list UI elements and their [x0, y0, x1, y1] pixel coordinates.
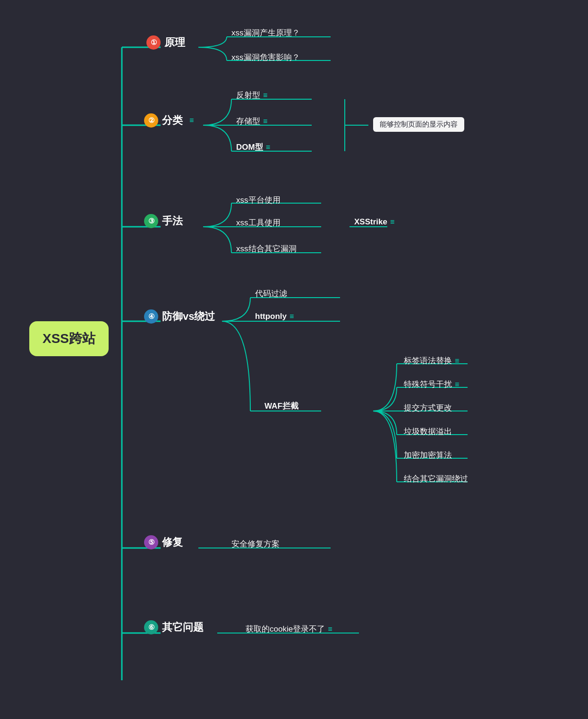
branch-4-2-eq: ≡	[290, 312, 294, 321]
section-3-header: ③ 手法	[144, 214, 183, 228]
section-4-header: ④ 防御vs绕过	[144, 309, 215, 324]
waf-b5: 加密加密算法	[404, 450, 452, 461]
branch-2-3-text: DOM型	[236, 142, 263, 153]
section-6-header: ⑥ 其它问题	[144, 620, 204, 634]
branch-5-1: 安全修复方案	[231, 539, 280, 549]
root-label: XSS跨站	[43, 330, 95, 348]
branch-2-1-eq: ≡	[263, 91, 267, 100]
branch-2-2: 存储型 ≡	[236, 116, 267, 127]
tooltip-text: 能够控制页面的显示内容	[380, 120, 458, 129]
section-4-label: 防御vs绕过	[162, 309, 215, 324]
section-1-header: ① 原理	[146, 35, 185, 50]
num-6: ⑥	[144, 620, 158, 634]
waf-b1: 标签语法替换 ≡	[404, 355, 459, 366]
waf-label: WAF拦截	[264, 401, 298, 411]
section-1-label: 原理	[164, 35, 185, 50]
branch-2-3-eq: ≡	[266, 143, 270, 152]
branch-3-1: xss平台使用	[236, 195, 281, 205]
section-3-label: 手法	[162, 214, 183, 228]
num-5: ⑤	[144, 535, 158, 549]
branch-3-3: xss结合其它漏洞	[236, 243, 297, 254]
branch-4-2: httponly ≡	[255, 312, 294, 321]
canvas: XSS跨站 ① 原理 xss漏洞产生原理？ xss漏洞危害影响？ ② 分类 ≡ …	[0, 0, 588, 719]
branch-3-2-extra-text: XSStrike	[354, 217, 387, 227]
waf-b1-text: 标签语法替换	[404, 355, 452, 366]
num-4: ④	[144, 309, 158, 324]
branch-3-3-text: xss结合其它漏洞	[236, 243, 297, 254]
num-3: ③	[144, 214, 158, 228]
branch-5-1-text: 安全修复方案	[231, 539, 280, 549]
branch-3-2-extra-eq: ≡	[390, 218, 394, 226]
section-2-header: ② 分类 ≡	[144, 113, 194, 128]
waf-b4-text: 垃圾数据溢出	[404, 426, 452, 437]
waf-text: WAF拦截	[264, 401, 298, 411]
num-1: ①	[146, 35, 161, 50]
branch-1-2: xss漏洞危害影响？	[231, 52, 300, 63]
section-5-header: ⑤ 修复	[144, 535, 183, 549]
waf-b6-text: 结合其它漏洞绕过	[404, 473, 468, 484]
connector-lines	[0, 0, 588, 719]
section-2-label: 分类	[162, 113, 183, 128]
branch-2-1: 反射型 ≡	[236, 90, 267, 101]
root-node: XSS跨站	[29, 321, 109, 356]
branch-3-2: xss工具使用	[236, 217, 281, 228]
branch-3-2-extra: XSStrike ≡	[354, 217, 394, 227]
branch-4-2-text: httponly	[255, 312, 287, 321]
section-6-label: 其它问题	[162, 620, 204, 634]
branch-6-1: 获取的cookie登录不了 ≡	[246, 624, 332, 634]
num-2: ②	[144, 113, 158, 128]
branch-4-1: 代码过滤	[255, 288, 287, 299]
waf-b6: 结合其它漏洞绕过	[404, 473, 468, 484]
waf-b2: 特殊符号干扰 ≡	[404, 379, 459, 390]
section-2-eq: ≡	[189, 116, 194, 125]
branch-3-1-text: xss平台使用	[236, 195, 281, 205]
waf-b4: 垃圾数据溢出	[404, 426, 452, 437]
branch-1-1-text: xss漏洞产生原理？	[231, 27, 300, 38]
branch-4-1-text: 代码过滤	[255, 288, 287, 299]
section-5-label: 修复	[162, 535, 183, 549]
waf-b5-text: 加密加密算法	[404, 450, 452, 461]
branch-2-2-text: 存储型	[236, 116, 260, 127]
branch-2-2-eq: ≡	[263, 117, 267, 126]
branch-1-1: xss漏洞产生原理？	[231, 27, 300, 38]
waf-b3: 提交方式更改	[404, 402, 452, 413]
tooltip-classify: 能够控制页面的显示内容	[373, 117, 464, 132]
branch-3-2-text: xss工具使用	[236, 217, 281, 228]
branch-1-2-text: xss漏洞危害影响？	[231, 52, 300, 63]
branch-2-3: DOM型 ≡	[236, 142, 270, 153]
waf-b2-text: 特殊符号干扰	[404, 379, 452, 390]
waf-b3-text: 提交方式更改	[404, 402, 452, 413]
branch-6-1-text: 获取的cookie登录不了	[246, 624, 325, 634]
branch-2-1-text: 反射型	[236, 90, 260, 101]
